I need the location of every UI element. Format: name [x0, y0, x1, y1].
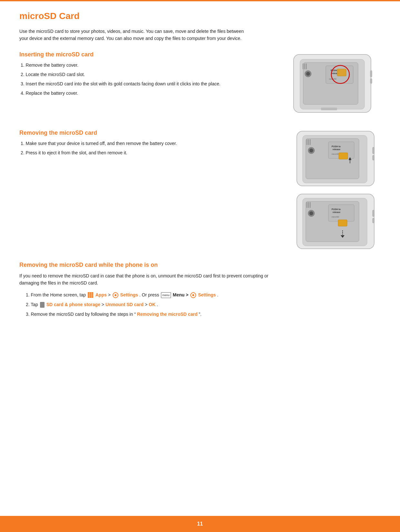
svg-rect-15: [370, 79, 372, 83]
page-title: microSD Card: [19, 11, 381, 21]
step2-suffix: .: [157, 302, 158, 307]
svg-rect-14: [370, 71, 372, 77]
svg-rect-21: [308, 139, 309, 145]
settings-label: Settings: [120, 292, 138, 297]
svg-rect-16: [321, 108, 337, 110]
list-item: 1. Make sure that your device is turned …: [19, 140, 284, 147]
page-number: 11: [197, 521, 203, 527]
settings-icon-2: [190, 292, 196, 298]
svg-rect-29: [339, 153, 348, 159]
svg-rect-41: [328, 205, 354, 221]
menu-text: Menu >: [173, 292, 190, 297]
svg-rect-3: [303, 63, 304, 69]
removing-section: Removing the microSD card 1. Make sure t…: [19, 130, 381, 252]
svg-rect-31: [373, 147, 374, 154]
svg-point-24: [309, 149, 313, 152]
removing-steps-list: 1. Make sure that your device is turned …: [19, 140, 284, 156]
step3-suffix: ”.: [199, 312, 202, 317]
apps-icon: [88, 292, 94, 298]
removing-link[interactable]: Removing the microSD card: [137, 312, 198, 317]
step2-sep2: >: [145, 302, 149, 307]
step1-prefix: 1. From the Home screen, tap: [26, 292, 87, 297]
apps-label: Apps: [95, 292, 107, 297]
list-item: 1. Remove the battery cover.: [19, 62, 277, 69]
list-item: 2. Locate the microSD card slot.: [19, 71, 277, 78]
removing-title: Removing the microSD card: [19, 130, 284, 136]
svg-rect-45: [338, 220, 347, 226]
list-item: 2. Tap SD card & phone storage > Unmount…: [19, 301, 381, 308]
inserting-steps-list: 1. Remove the battery cover. 2. Locate t…: [19, 62, 277, 97]
settings2-label: Settings: [198, 292, 216, 297]
step1-sep1: >: [108, 292, 112, 297]
svg-text:release: release: [333, 211, 340, 213]
removing-on-title: Removing the microSD card while the phon…: [19, 262, 381, 268]
inserting-device-image: PUSH to release microSD: [284, 51, 381, 120]
svg-point-7: [306, 72, 310, 76]
svg-rect-4: [304, 63, 305, 69]
svg-text:microSD: microSD: [332, 153, 339, 155]
removing-on-section: Removing the microSD card while the phon…: [19, 262, 381, 318]
svg-rect-20: [306, 139, 307, 145]
svg-text:microSD: microSD: [332, 216, 339, 218]
svg-point-40: [309, 211, 313, 215]
list-item: 3. Insert the microSD card into the slot…: [19, 81, 277, 87]
step3-prefix: 3. Remove the microSD card by following …: [26, 312, 136, 317]
step1-sep2: . Or press: [139, 292, 160, 297]
step1-suffix: .: [217, 292, 218, 297]
svg-rect-37: [308, 202, 309, 208]
ok-label: OK: [149, 302, 155, 307]
svg-rect-38: [310, 202, 311, 208]
page-footer: 11: [0, 516, 400, 532]
svg-rect-22: [310, 139, 311, 145]
inserting-title: Inserting the microSD card: [19, 51, 277, 58]
inserting-section: Inserting the microSD card 1. Remove the…: [19, 51, 381, 120]
svg-rect-12: [337, 69, 346, 76]
list-item: 2. Press it to eject it from the slot, a…: [19, 150, 284, 156]
list-item: 1. From the Home screen, tap Apps > Sett…: [19, 291, 381, 298]
svg-rect-36: [306, 202, 307, 208]
step2-prefix: 2. Tap: [26, 302, 39, 307]
menu-icon: menu: [161, 292, 171, 298]
svg-text:PUSH to: PUSH to: [332, 145, 341, 148]
removing-on-intro: If you need to remove the microSD card i…: [19, 272, 271, 287]
sd-label: SD card & phone storage: [46, 302, 100, 307]
svg-rect-5: [306, 63, 307, 69]
settings-icon: [113, 292, 118, 298]
removing-device-images: PUSH to release microSD: [290, 130, 381, 252]
svg-text:release: release: [333, 148, 340, 150]
intro-text: Use the microSD card to store your photo…: [19, 28, 245, 42]
svg-rect-32: [373, 155, 374, 160]
step2-sep1: >: [102, 302, 105, 307]
sdcard-icon: [40, 302, 45, 308]
list-item: 3. Remove the microSD card by following …: [19, 311, 381, 318]
svg-text:PUSH to: PUSH to: [332, 208, 341, 210]
svg-rect-48: [373, 210, 374, 217]
svg-rect-49: [373, 218, 374, 223]
list-item: 4. Replace the battery cover.: [19, 90, 277, 97]
unmount-label: Unmount SD card: [105, 302, 144, 307]
